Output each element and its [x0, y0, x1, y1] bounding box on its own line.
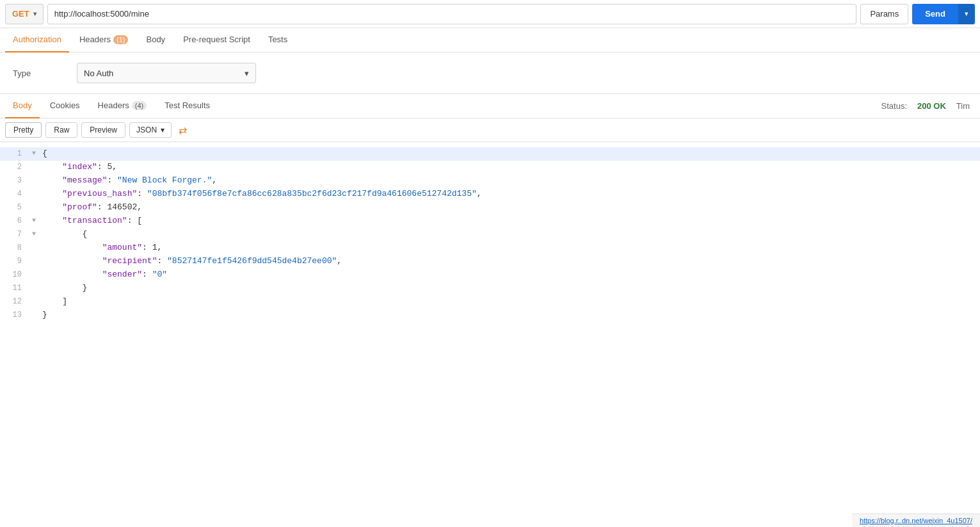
line-number: 13: [0, 309, 32, 321]
json-line: 7▼ {: [0, 228, 980, 241]
line-content: "proof": 146502,: [41, 201, 980, 215]
type-label: Type: [13, 69, 64, 78]
line-toggle: [32, 241, 41, 243]
request-tabs: Authorization Headers (1) Body Pre-reque…: [0, 28, 980, 53]
json-line: 12 ]: [0, 295, 980, 309]
json-format-select[interactable]: JSON ▾: [129, 122, 172, 138]
auth-type-select[interactable]: No Auth ▾: [77, 63, 256, 83]
line-toggle[interactable]: ▼: [32, 147, 41, 159]
send-dropdown-button[interactable]: ▾: [958, 4, 975, 24]
line-content: "index": 5,: [41, 161, 980, 174]
line-toggle[interactable]: ▼: [32, 215, 41, 226]
json-line: 5 "proof": 146502,: [0, 201, 980, 215]
json-line: 3 "message": "New Block Forger.",: [0, 174, 980, 188]
line-number: 5: [0, 201, 32, 214]
line-number: 6: [0, 215, 32, 227]
tab-headers[interactable]: Headers (1): [72, 28, 136, 53]
response-tabs: Body Cookies Headers (4) Test Results St…: [0, 94, 980, 118]
response-area: 1▼{2 "index": 5,3 "message": "New Block …: [0, 142, 980, 327]
line-content: }: [41, 282, 980, 295]
send-btn-group: Send ▾: [912, 4, 975, 24]
line-toggle: [32, 282, 41, 283]
line-toggle: [32, 295, 41, 296]
json-line: 1▼{: [0, 147, 980, 161]
method-label: GET: [12, 9, 29, 19]
json-line: 13}: [0, 309, 980, 322]
tab-prerequest[interactable]: Pre-request Script: [175, 28, 258, 53]
resp-tab-testresults[interactable]: Test Results: [157, 94, 218, 118]
line-content: "previous_hash": "08bfb374f056f8e7cfa86c…: [41, 188, 980, 201]
line-content: "message": "New Block Forger.",: [41, 174, 980, 188]
pretty-button[interactable]: Pretty: [5, 122, 42, 138]
line-toggle: [32, 201, 41, 202]
method-selector[interactable]: GET ▾: [5, 4, 44, 24]
line-content: "sender": "0": [41, 268, 980, 282]
tab-authorization[interactable]: Authorization: [5, 28, 69, 53]
resp-tab-headers[interactable]: Headers (4): [90, 94, 155, 118]
line-number: 11: [0, 282, 32, 295]
auth-type-chevron-icon: ▾: [245, 69, 249, 78]
line-content: ]: [41, 295, 980, 309]
line-content: {: [41, 147, 980, 161]
line-number: 12: [0, 295, 32, 308]
line-toggle: [32, 188, 41, 189]
json-line: 2 "index": 5,: [0, 161, 980, 174]
method-chevron-icon: ▾: [33, 10, 36, 17]
line-content: "amount": 1,: [41, 241, 980, 255]
params-button[interactable]: Params: [860, 4, 908, 24]
wrap-icon[interactable]: ⇄: [175, 123, 189, 137]
line-toggle[interactable]: ▼: [32, 228, 41, 239]
top-bar: GET ▾ Params Send ▾: [0, 0, 980, 28]
line-number: 9: [0, 255, 32, 268]
response-status: Status: 200 OK Tim: [881, 101, 975, 111]
headers-badge: (1): [113, 35, 128, 44]
line-number: 2: [0, 161, 32, 174]
resp-headers-badge: (4): [132, 101, 147, 110]
line-number: 10: [0, 268, 32, 281]
preview-button[interactable]: Preview: [81, 122, 125, 138]
line-number: 7: [0, 228, 32, 241]
line-toggle: [32, 174, 41, 175]
json-line: 6▼ "transaction": [: [0, 215, 980, 228]
resp-tab-body[interactable]: Body: [5, 94, 40, 118]
line-content: "transaction": [: [41, 215, 980, 228]
line-content: {: [41, 228, 980, 241]
json-body: 1▼{2 "index": 5,3 "message": "New Block …: [0, 142, 980, 327]
raw-button[interactable]: Raw: [45, 122, 77, 138]
json-line: 9 "recipient": "8527147fe1f5426f9dd545de…: [0, 255, 980, 268]
line-number: 3: [0, 174, 32, 187]
tab-tests[interactable]: Tests: [261, 28, 295, 53]
line-number: 8: [0, 241, 32, 254]
json-line: 4 "previous_hash": "08bfb374f056f8e7cfa8…: [0, 188, 980, 201]
send-button[interactable]: Send: [912, 4, 958, 24]
json-chevron-icon: ▾: [161, 126, 165, 134]
time-label: Tim: [956, 101, 970, 111]
line-toggle: [32, 255, 41, 256]
resp-tab-cookies[interactable]: Cookies: [42, 94, 88, 118]
format-bar: Pretty Raw Preview JSON ▾ ⇄: [0, 118, 980, 142]
line-number: 1: [0, 147, 32, 160]
status-label: Status:: [881, 101, 907, 111]
line-toggle: [32, 309, 41, 310]
line-content: "recipient": "8527147fe1f5426f9dd545de4b…: [41, 255, 980, 268]
json-line: 11 }: [0, 282, 980, 295]
line-toggle: [32, 268, 41, 270]
line-content: }: [41, 309, 980, 322]
json-line: 10 "sender": "0": [0, 268, 980, 282]
tab-body[interactable]: Body: [138, 28, 173, 53]
json-line: 8 "amount": 1,: [0, 241, 980, 255]
line-number: 4: [0, 188, 32, 200]
status-value: 200 OK: [917, 101, 946, 111]
line-toggle: [32, 161, 41, 162]
auth-type-row: Type No Auth ▾: [0, 53, 980, 93]
url-input[interactable]: [47, 4, 857, 24]
